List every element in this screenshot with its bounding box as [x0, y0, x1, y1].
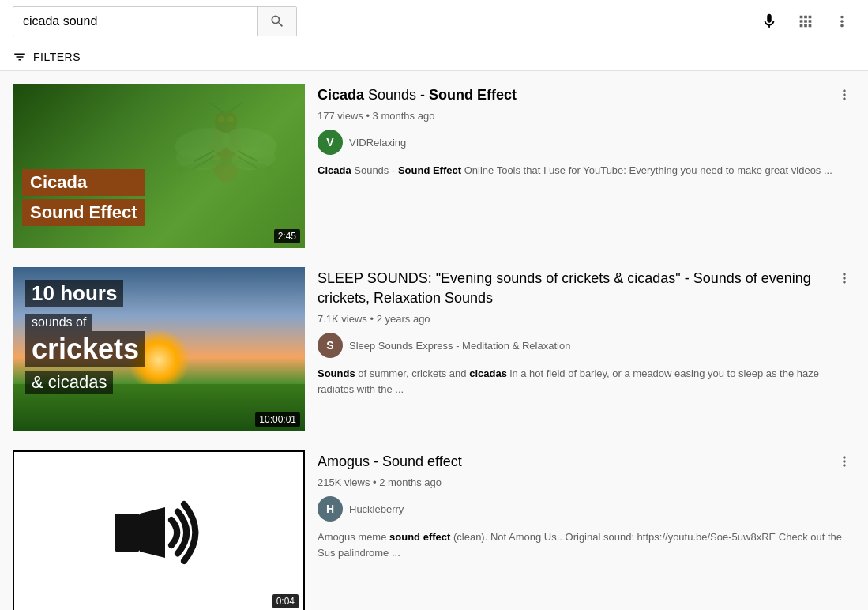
video-title-1[interactable]: Cicada Sounds - Sound Effect — [318, 85, 855, 105]
speaker-icon — [96, 485, 222, 580]
filters-bar: FILTERS — [0, 43, 868, 71]
result-item-3: 0:04 Amogus - Sound effect 215K views • … — [13, 450, 855, 610]
video-title-3[interactable]: Amogus - Sound effect — [318, 452, 855, 472]
desc3-bold1: sound effect — [389, 531, 450, 543]
video-more-button-1[interactable] — [833, 84, 855, 106]
filter-icon — [13, 50, 27, 64]
channel-avatar-1: V — [318, 130, 343, 155]
meta-separator-2: • — [370, 313, 377, 325]
desc2-bold2: cicadas — [469, 367, 507, 379]
duration-badge-2: 10:00:01 — [255, 412, 300, 427]
duration-badge-3: 0:04 — [272, 594, 299, 608]
more-vert-icon — [836, 270, 852, 286]
desc-bold1: Cicada — [318, 164, 351, 176]
upload-age-3: 2 months ago — [379, 476, 442, 488]
search-button[interactable] — [257, 7, 296, 36]
title-text: Sounds - — [364, 87, 429, 103]
video-meta-2: 7.1K views • 2 years ago — [318, 313, 855, 325]
desc-bold2: Sound Effect — [398, 164, 461, 176]
channel-row-1: V VIDRelaxing — [318, 130, 855, 155]
video-info-2: SLEEP SOUNDS: "Evening sounds of cricket… — [318, 267, 855, 397]
channel-name-3[interactable]: Huckleberry — [349, 503, 404, 515]
meta-separator: • — [366, 110, 372, 122]
more-vert-icon — [833, 13, 851, 30]
thumbnail-2[interactable]: 10 hours sounds of crickets & cicadas 10… — [13, 267, 305, 431]
channel-name-2[interactable]: Sleep Sounds Express - Meditation & Rela… — [349, 340, 570, 352]
results-container: Cicada Sound Effect 2:45 Cicada Sounds -… — [0, 71, 868, 610]
filters-label: FILTERS — [33, 51, 81, 63]
more-vert-icon — [836, 87, 852, 103]
overlay-line1: Cicada — [22, 169, 145, 196]
mic-icon — [761, 13, 778, 30]
hours-text: 10 hours — [25, 280, 123, 307]
more-options-button[interactable] — [829, 8, 855, 35]
overlay-line2: Sound Effect — [22, 199, 145, 226]
video-info-1: Cicada Sounds - Sound Effect 177 views •… — [318, 84, 855, 179]
duration-badge: 2:45 — [274, 229, 300, 243]
view-count-3: 215K views — [318, 476, 370, 488]
sounds-of-text: sounds of — [25, 314, 92, 331]
video-more-button-3[interactable] — [833, 450, 855, 473]
svg-rect-14 — [115, 514, 140, 552]
search-input[interactable] — [13, 8, 257, 35]
channel-avatar-3: H — [318, 496, 343, 522]
cicadas-text: & cicadas — [25, 371, 113, 394]
view-count: 177 views — [318, 110, 363, 122]
channel-name-1[interactable]: VIDRelaxing — [349, 137, 406, 149]
video-title-2[interactable]: SLEEP SOUNDS: "Evening sounds of cricket… — [318, 269, 855, 308]
result-item: Cicada Sound Effect 2:45 Cicada Sounds -… — [13, 84, 855, 248]
desc2-bold1: Sounds — [318, 367, 355, 379]
apps-button[interactable] — [792, 8, 819, 35]
more-vert-icon — [836, 454, 852, 469]
video-desc-3: Amogus meme sound effect (clean). Not Am… — [318, 529, 855, 560]
channel-row-2: S Sleep Sounds Express - Meditation & Re… — [318, 333, 855, 358]
header — [0, 0, 868, 43]
video-desc-1: Cicada Sounds - Sound Effect Online Tool… — [318, 163, 855, 179]
title-bold: Cicada — [318, 87, 364, 103]
title-bold2: Sound Effect — [429, 87, 517, 103]
upload-age-2: 2 years ago — [377, 313, 430, 325]
video-info-3: Amogus - Sound effect 215K views • 2 mon… — [318, 450, 855, 560]
thumbnail-3[interactable]: 0:04 — [13, 450, 305, 610]
video-meta-3: 215K views • 2 months ago — [318, 476, 855, 488]
video-more-button-2[interactable] — [833, 267, 855, 289]
search-icon — [269, 13, 285, 29]
svg-marker-15 — [140, 507, 165, 558]
channel-row-3: H Huckleberry — [318, 496, 855, 522]
result-item-2: 10 hours sounds of crickets & cicadas 10… — [13, 267, 855, 431]
thumbnail-1[interactable]: Cicada Sound Effect 2:45 — [13, 84, 305, 248]
view-count-2: 7.1K views — [318, 313, 367, 325]
upload-age: 3 months ago — [373, 110, 435, 122]
channel-avatar-2: S — [318, 333, 343, 358]
video-desc-2: Sounds of summer, crickets and cicadas i… — [318, 366, 855, 397]
video-meta-1: 177 views • 3 months ago — [318, 110, 855, 122]
thumbnail-overlay: Cicada Sound Effect — [22, 169, 145, 226]
search-bar — [13, 6, 297, 36]
sunset-overlay-text: 10 hours sounds of crickets & cicadas — [25, 280, 145, 394]
apps-icon — [797, 13, 814, 30]
mic-button[interactable] — [756, 8, 783, 35]
crickets-text: crickets — [25, 331, 145, 367]
